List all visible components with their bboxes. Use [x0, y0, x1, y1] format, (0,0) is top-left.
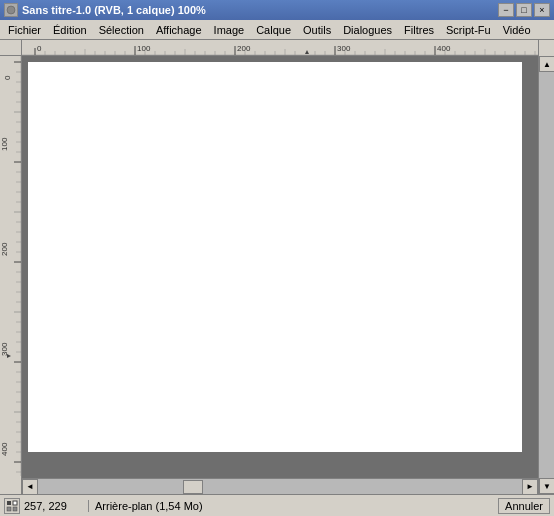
menu-outils[interactable]: Outils: [297, 21, 337, 39]
canvas-inner[interactable]: [22, 56, 538, 478]
svg-text:200: 200: [237, 44, 251, 53]
svg-text:200: 200: [0, 242, 9, 256]
vertical-scrollbar: ▲ ▼: [538, 56, 554, 494]
toolbox-icon[interactable]: [4, 498, 20, 514]
svg-rect-110: [13, 507, 17, 511]
window-title: Sans titre-1.0 (RVB, 1 calque) 100%: [22, 4, 206, 16]
status-layer-info: Arrière-plan (1,54 Mo): [88, 500, 494, 512]
vertical-ruler: 0 100: [0, 56, 22, 494]
menu-filtres[interactable]: Filtres: [398, 21, 440, 39]
menu-calque[interactable]: Calque: [250, 21, 297, 39]
title-bar: Sans titre-1.0 (RVB, 1 calque) 100% − □ …: [0, 0, 554, 20]
app-window: Sans titre-1.0 (RVB, 1 calque) 100% − □ …: [0, 0, 554, 516]
menu-edition[interactable]: Édition: [47, 21, 93, 39]
horizontal-scroll-thumb[interactable]: [183, 480, 203, 494]
maximize-button[interactable]: □: [516, 3, 532, 17]
svg-text:100: 100: [0, 137, 9, 151]
scroll-down-button[interactable]: ▼: [539, 478, 554, 494]
svg-rect-107: [7, 501, 11, 505]
svg-point-0: [7, 6, 15, 14]
body-row: 0 100: [0, 56, 554, 494]
cancel-button[interactable]: Annuler: [498, 498, 550, 514]
minimize-button[interactable]: −: [498, 3, 514, 17]
ruler-scroll-corner: [538, 40, 554, 56]
vertical-scroll-track[interactable]: [539, 72, 554, 478]
menu-selection[interactable]: Sélection: [93, 21, 150, 39]
canvas-scroll-area: ◄ ►: [22, 56, 538, 494]
svg-text:300: 300: [337, 44, 351, 53]
top-ruler-row: 0 100 200 300 400: [0, 40, 554, 56]
svg-text:0: 0: [37, 44, 42, 53]
app-icon: [4, 3, 18, 17]
horizontal-ruler-svg: 0 100 200 300 400: [22, 40, 538, 56]
vertical-ruler-svg: 0 100: [0, 56, 22, 476]
close-button[interactable]: ×: [534, 3, 550, 17]
svg-rect-109: [7, 507, 11, 511]
svg-text:400: 400: [0, 442, 9, 456]
status-bar: 257, 229 Arrière-plan (1,54 Mo) Annuler: [0, 494, 554, 516]
svg-text:300: 300: [0, 342, 9, 356]
scroll-right-button[interactable]: ►: [522, 479, 538, 495]
scroll-left-button[interactable]: ◄: [22, 479, 38, 495]
menu-affichage[interactable]: Affichage: [150, 21, 208, 39]
status-coordinates: 257, 229: [24, 500, 84, 512]
svg-text:400: 400: [437, 44, 451, 53]
window-controls: − □ ×: [498, 3, 550, 17]
svg-text:100: 100: [137, 44, 151, 53]
menu-image[interactable]: Image: [208, 21, 251, 39]
svg-text:0: 0: [3, 75, 12, 80]
svg-marker-8: [305, 50, 309, 54]
ruler-corner: [0, 40, 22, 56]
horizontal-scroll-track[interactable]: [38, 479, 522, 495]
title-bar-left: Sans titre-1.0 (RVB, 1 calque) 100%: [4, 3, 206, 17]
menu-fichier[interactable]: Fichier: [2, 21, 47, 39]
drawing-canvas[interactable]: [28, 62, 522, 452]
canvas-region: 0 100 200 300 400: [0, 40, 554, 494]
horizontal-ruler: 0 100 200 300 400: [22, 40, 538, 56]
menu-script-fu[interactable]: Script-Fu: [440, 21, 497, 39]
svg-rect-108: [13, 501, 17, 505]
menu-video[interactable]: Vidéo: [497, 21, 537, 39]
menu-dialogues[interactable]: Dialogues: [337, 21, 398, 39]
horizontal-scrollbar: ◄ ►: [22, 478, 538, 494]
scroll-up-button[interactable]: ▲: [539, 56, 554, 72]
menu-bar: Fichier Édition Sélection Affichage Imag…: [0, 20, 554, 40]
